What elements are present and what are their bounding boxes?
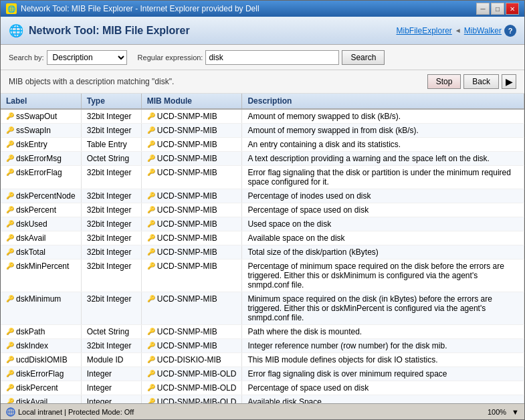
title-bar: 🌐 Network Tool: MIB File Explorer - Inte… xyxy=(1,1,524,17)
module-icon: 🔑 xyxy=(147,262,155,270)
mib-icon: 🔑 xyxy=(6,356,14,363)
results-actions: Stop Back ▶ xyxy=(427,74,516,89)
cell-desc: Amount of memory swapped in from disk (k… xyxy=(242,124,524,138)
col-header-module: MIB Module xyxy=(141,94,242,109)
cell-module: 🔑UCD-SNMP-MIB xyxy=(141,138,242,152)
cell-label[interactable]: 🔑dskErrorMsg xyxy=(1,152,81,166)
nav-mib-explorer-link[interactable]: MibFileExplorer xyxy=(397,26,452,35)
cell-label[interactable]: 🔑dskErrorFlag xyxy=(1,166,81,189)
close-button[interactable]: ✕ xyxy=(506,3,519,15)
module-icon: 🔑 xyxy=(147,248,155,255)
cell-module: 🔑UCD-SNMP-MIB xyxy=(141,217,242,231)
nav-arrow-icon: ◄ xyxy=(455,27,461,34)
cell-label[interactable]: 🔑dskMinPercent xyxy=(1,259,81,292)
module-text: UCD-SNMP-MIB-OLD xyxy=(157,383,237,393)
cell-label[interactable]: 🔑ucdDiskIOMIB xyxy=(1,353,81,367)
mib-icon: 🔑 xyxy=(6,342,14,349)
label-text: diskPercent xyxy=(16,383,58,393)
module-icon: 🔑 xyxy=(147,112,155,120)
cell-type: Integer xyxy=(81,395,141,404)
module-text: UCD-SNMP-MIB xyxy=(157,294,217,304)
search-bar: Search by: Description Regular expressio… xyxy=(1,45,524,70)
nav-mib-walker-link[interactable]: MibWalker xyxy=(464,26,502,35)
module-icon: 🔑 xyxy=(147,154,155,162)
module-icon: 🔑 xyxy=(147,384,155,391)
table-row: 🔑ucdDiskIOMIBModule ID🔑UCD-DISKIO-MIBThi… xyxy=(1,353,524,367)
stop-button[interactable]: Stop xyxy=(427,74,461,89)
col-header-type: Type xyxy=(81,94,141,109)
cell-label[interactable]: 🔑diskAvail xyxy=(1,395,81,404)
search-input[interactable] xyxy=(205,50,339,65)
cell-desc: Percentage of minimum space required on … xyxy=(242,259,524,292)
module-text: UCD-SNMP-MIB xyxy=(157,168,217,177)
cell-label[interactable]: 🔑dskMinimum xyxy=(1,292,81,325)
cell-module: 🔑UCD-SNMP-MIB xyxy=(141,152,242,166)
table-row: 🔑dskEntryTable Entry🔑UCD-SNMP-MIBAn entr… xyxy=(1,138,524,152)
maximize-button[interactable]: □ xyxy=(491,3,504,15)
cell-type: Integer xyxy=(81,367,141,381)
cell-label[interactable]: 🔑dskUsed xyxy=(1,217,81,231)
cell-label[interactable]: 🔑dskPath xyxy=(1,325,81,339)
cell-module: 🔑UCD-SNMP-MIB xyxy=(141,339,242,353)
table-row: 🔑dskUsed32bit Integer🔑UCD-SNMP-MIBUsed s… xyxy=(1,217,524,231)
label-text: ssSwapOut xyxy=(16,112,57,121)
mib-icon: 🔑 xyxy=(6,140,14,148)
cell-label[interactable]: 🔑diskErrorFlag xyxy=(1,367,81,381)
cell-label[interactable]: 🔑dskIndex xyxy=(1,339,81,353)
app-icon: 🌐 xyxy=(6,3,17,14)
cell-label[interactable]: 🔑ssSwapOut xyxy=(1,109,81,124)
cell-label[interactable]: 🔑dskEntry xyxy=(1,138,81,152)
cell-label[interactable]: 🔑diskPercent xyxy=(1,381,81,395)
module-icon: 🔑 xyxy=(147,192,155,199)
table-row: 🔑ssSwapOut32bit Integer🔑UCD-SNMP-MIBAmou… xyxy=(1,109,524,124)
cell-label[interactable]: 🔑dskPercent xyxy=(1,203,81,217)
cell-label[interactable]: 🔑dskAvail xyxy=(1,231,81,245)
module-icon: 🔑 xyxy=(147,342,155,349)
label-text: diskAvail xyxy=(16,397,47,403)
regex-label: Regular expression: xyxy=(138,54,203,62)
cell-desc: Integer reference number (row number) fo… xyxy=(242,339,524,353)
search-button[interactable]: Search xyxy=(342,50,385,65)
cell-desc: An entry containing a disk and its stati… xyxy=(242,138,524,152)
cell-desc: Amount of memory swapped to disk (kB/s). xyxy=(242,109,524,124)
cell-label[interactable]: 🔑dskPercentNode xyxy=(1,189,81,203)
cell-module: 🔑UCD-SNMP-MIB xyxy=(141,292,242,325)
search-by-label: Search by: xyxy=(9,54,44,62)
mib-icon: 🔑 xyxy=(6,398,14,403)
col-header-desc: Description xyxy=(242,94,524,109)
cell-desc: Available disk Space xyxy=(242,395,524,404)
zoom-dropdown-icon[interactable]: ▼ xyxy=(512,408,519,416)
content-area: MIB objects with a description matching … xyxy=(1,70,524,403)
cell-type: Octet String xyxy=(81,152,141,166)
table-row: 🔑dskErrorMsgOctet String🔑UCD-SNMP-MIBA t… xyxy=(1,152,524,166)
cell-type: 32bit Integer xyxy=(81,245,141,259)
table-row: 🔑dskErrorFlag32bit Integer🔑UCD-SNMP-MIBE… xyxy=(1,166,524,189)
mib-icon: 🔑 xyxy=(6,169,14,176)
export-button[interactable]: ▶ xyxy=(502,74,516,89)
back-button[interactable]: Back xyxy=(463,74,499,89)
module-text: UCD-SNMP-MIB xyxy=(157,140,217,149)
cell-module: 🔑UCD-SNMP-MIB xyxy=(141,259,242,292)
minimize-button[interactable]: ─ xyxy=(476,3,490,15)
cell-type: 32bit Integer xyxy=(81,217,141,231)
results-header: MIB objects with a description matching … xyxy=(1,70,524,94)
cell-module: 🔑UCD-SNMP-MIB xyxy=(141,109,242,124)
help-button[interactable]: ? xyxy=(504,25,516,37)
cell-type: 32bit Integer xyxy=(81,166,141,189)
mib-icon: 🔑 xyxy=(6,328,14,335)
cell-label[interactable]: 🔑ssSwapIn xyxy=(1,124,81,138)
mib-icon: 🔑 xyxy=(6,384,14,391)
cell-desc: Used space on the disk xyxy=(242,217,524,231)
label-text: diskErrorFlag xyxy=(16,369,64,379)
status-bar: Local intranet | Protected Mode: Off 100… xyxy=(1,403,524,419)
zoom-level: 100% xyxy=(488,408,506,416)
cell-desc: Available space on the disk xyxy=(242,231,524,245)
cell-label[interactable]: 🔑dskTotal xyxy=(1,245,81,259)
status-left: Local intranet | Protected Mode: Off xyxy=(6,407,134,417)
module-icon: 🔑 xyxy=(147,295,155,302)
module-text: UCD-SNMP-MIB xyxy=(157,191,217,201)
label-text: dskIndex xyxy=(16,341,48,350)
search-by-select[interactable]: Description xyxy=(47,50,127,65)
cell-type: 32bit Integer xyxy=(81,259,141,292)
cell-desc: Percentage of space used on disk xyxy=(242,203,524,217)
